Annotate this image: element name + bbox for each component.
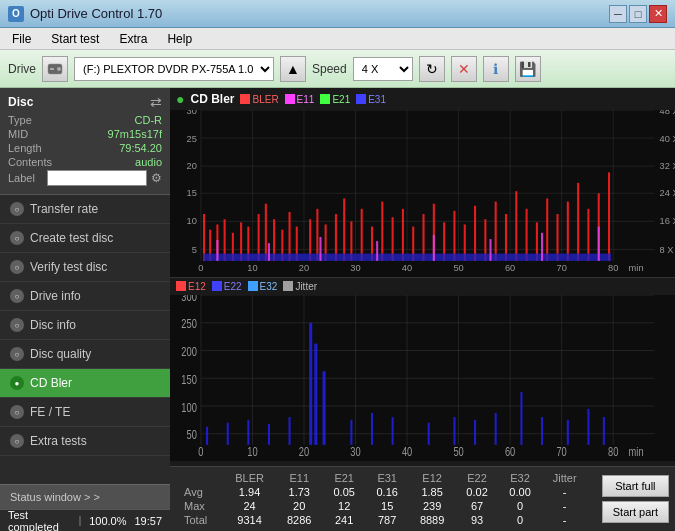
sidebar-item-verify-test-disc-label: Verify test disc xyxy=(30,260,107,274)
svg-text:10: 10 xyxy=(186,216,196,226)
maximize-button[interactable]: □ xyxy=(629,5,647,23)
legend-bler-label: BLER xyxy=(252,94,278,105)
start-full-button[interactable]: Start full xyxy=(602,475,669,497)
avg-e32: 0.00 xyxy=(499,485,542,499)
avg-bler: 1.94 xyxy=(223,485,275,499)
disc-type-value: CD-R xyxy=(135,114,163,126)
legend-e12-dot xyxy=(176,281,186,291)
chart1-area: 30 25 20 15 10 5 0 10 20 30 40 50 60 70 … xyxy=(170,110,675,277)
svg-rect-86 xyxy=(268,243,270,261)
svg-text:15: 15 xyxy=(186,188,196,198)
avg-e31: 0.16 xyxy=(366,485,409,499)
sidebar-item-create-test-disc-label: Create test disc xyxy=(30,231,113,245)
chart1-panel: ● CD Bler BLER E11 E21 E31 xyxy=(170,88,675,278)
action-buttons: Start full Start part xyxy=(596,467,675,531)
eject-button[interactable]: ▲ xyxy=(280,56,306,82)
table-row-total: Total 9314 8286 241 787 8889 93 0 - xyxy=(178,513,588,527)
svg-rect-135 xyxy=(428,422,430,444)
sidebar-item-disc-quality[interactable]: ○ Disc quality xyxy=(0,340,170,369)
window-controls: ─ □ ✕ xyxy=(609,5,667,23)
svg-text:200: 200 xyxy=(181,344,196,358)
svg-rect-80 xyxy=(577,183,579,261)
svg-rect-88 xyxy=(376,241,378,261)
legend-e11: E11 xyxy=(285,94,315,105)
svg-rect-138 xyxy=(495,412,497,444)
sidebar-item-verify-test-disc[interactable]: ○ Verify test disc xyxy=(0,253,170,282)
table-row-max: Max 24 20 12 15 239 67 0 - xyxy=(178,499,588,513)
legend-e31: E31 xyxy=(356,94,386,105)
svg-rect-127 xyxy=(206,426,208,444)
start-part-button[interactable]: Start part xyxy=(602,501,669,523)
save-button[interactable]: 💾 xyxy=(515,56,541,82)
disc-contents-value: audio xyxy=(135,156,162,168)
legend-e21-label: E21 xyxy=(332,94,350,105)
info-button[interactable]: ℹ xyxy=(483,56,509,82)
titlebar: O Opti Drive Control 1.70 ─ □ ✕ xyxy=(0,0,675,28)
avg-e21: 0.05 xyxy=(323,485,366,499)
svg-rect-68 xyxy=(453,211,455,261)
legend-bler-dot xyxy=(240,94,250,104)
sidebar-item-cd-bler-label: CD Bler xyxy=(30,376,72,390)
total-e32: 0 xyxy=(499,513,542,527)
legend-e11-dot xyxy=(285,94,295,104)
svg-rect-128 xyxy=(227,422,229,444)
sidebar-item-create-test-disc[interactable]: ○ Create test disc xyxy=(0,224,170,253)
status-window-button[interactable]: Status window > > xyxy=(0,484,170,509)
svg-text:80: 80 xyxy=(608,444,618,458)
refresh-button[interactable]: ↻ xyxy=(419,56,445,82)
svg-rect-2 xyxy=(50,68,54,70)
chart1-svg: 30 25 20 15 10 5 0 10 20 30 40 50 60 70 … xyxy=(170,110,675,277)
close-button[interactable]: ✕ xyxy=(649,5,667,23)
svg-rect-63 xyxy=(402,209,404,261)
sidebar-item-fe-te[interactable]: ○ FE / TE xyxy=(0,398,170,427)
col-header-empty xyxy=(178,471,223,485)
menu-extra[interactable]: Extra xyxy=(111,30,155,48)
col-header-e32: E32 xyxy=(499,471,542,485)
sidebar-item-fe-te-label: FE / TE xyxy=(30,405,70,419)
legend-e31-dot xyxy=(356,94,366,104)
content-area: ● CD Bler BLER E11 E21 E31 xyxy=(170,88,675,531)
disc-settings-icon[interactable]: ⚙ xyxy=(151,171,162,185)
sidebar-item-cd-bler[interactable]: ● CD Bler xyxy=(0,369,170,398)
svg-rect-134 xyxy=(392,417,394,445)
legend-e22-dot xyxy=(212,281,222,291)
row-label-avg: Avg xyxy=(178,485,223,499)
menu-help[interactable]: Help xyxy=(159,30,200,48)
sidebar-item-drive-info[interactable]: ○ Drive info xyxy=(0,282,170,311)
speed-select[interactable]: 4 X 1 X 2 X 8 X Max xyxy=(353,57,413,81)
svg-text:10: 10 xyxy=(247,444,257,458)
status-time: 19:57 xyxy=(134,515,162,527)
avg-e12: 1.85 xyxy=(409,485,456,499)
verify-test-disc-icon: ○ xyxy=(10,260,24,274)
legend-jitter-label: Jitter xyxy=(295,281,317,292)
menu-start-test[interactable]: Start test xyxy=(43,30,107,48)
minimize-button[interactable]: ─ xyxy=(609,5,627,23)
svg-rect-83 xyxy=(608,172,610,260)
total-e21: 241 xyxy=(323,513,366,527)
legend-e32-dot xyxy=(248,281,258,291)
sidebar-item-transfer-rate[interactable]: ○ Transfer rate xyxy=(0,195,170,224)
menu-file[interactable]: File xyxy=(4,30,39,48)
svg-rect-130 xyxy=(268,424,270,445)
disc-expand-icon[interactable]: ⇄ xyxy=(150,94,162,110)
legend-e22-label: E22 xyxy=(224,281,242,292)
svg-text:min: min xyxy=(629,263,644,273)
drive-icon-button[interactable] xyxy=(42,56,68,82)
sidebar-item-disc-info[interactable]: ○ Disc info xyxy=(0,311,170,340)
drive-select[interactable]: (F:) PLEXTOR DVDR PX-755A 1.08 xyxy=(74,57,274,81)
svg-rect-77 xyxy=(546,198,548,260)
svg-text:30: 30 xyxy=(186,110,196,116)
svg-text:5: 5 xyxy=(192,245,197,255)
disc-label-input[interactable] xyxy=(47,170,147,186)
max-e12: 239 xyxy=(409,499,456,513)
max-e21: 12 xyxy=(323,499,366,513)
erase-button[interactable]: ✕ xyxy=(451,56,477,82)
svg-text:20: 20 xyxy=(299,263,309,273)
legend-e31-label: E31 xyxy=(368,94,386,105)
svg-rect-57 xyxy=(343,198,345,260)
sidebar-item-extra-tests[interactable]: ○ Extra tests xyxy=(0,427,170,456)
disc-mid-label: MID xyxy=(8,128,28,140)
svg-rect-141 xyxy=(567,419,569,444)
status-percent: 100.0% xyxy=(89,515,126,527)
avg-e22: 0.02 xyxy=(456,485,499,499)
